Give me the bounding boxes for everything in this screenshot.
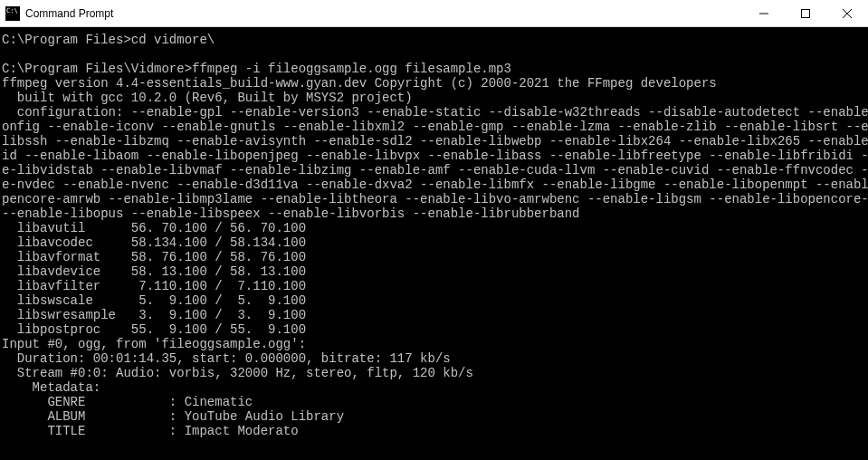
window-title: Command Prompt [25,7,743,20]
terminal-line: libavdevice 58. 13.100 / 58. 13.100 [2,264,868,279]
terminal-line: --enable-libopus --enable-libspeex --ena… [2,206,868,221]
terminal-line: e-libvidstab --enable-libvmaf --enable-l… [2,163,868,177]
terminal-line: pencore-amrwb --enable-libmp3lame --enab… [2,192,868,206]
terminal-line: Metadata: [2,380,868,395]
cmd-icon [5,6,20,21]
terminal-line: configuration: --enable-gpl --enable-ver… [2,105,868,120]
terminal-line: Stream #0:0: Audio: vorbis, 32000 Hz, st… [2,366,868,380]
terminal-line: libswresample 3. 9.100 / 3. 9.100 [2,308,868,322]
close-icon [843,9,852,18]
terminal-line: built with gcc 10.2.0 (Rev6, Built by MS… [2,91,868,105]
terminal-line: C:\Program Files\Vidmore>ffmpeg -i fileo… [2,62,868,76]
terminal-line: libssh --enable-libzmq --enable-avisynth… [2,134,868,149]
terminal-line: libpostproc 55. 9.100 / 55. 9.100 [2,322,868,337]
terminal-line: libavutil 56. 70.100 / 56. 70.100 [2,221,868,235]
close-button[interactable] [826,0,868,26]
terminal-line: ALBUM : YouTube Audio Library [2,409,868,424]
terminal-line: Duration: 00:01:14.35, start: 0.000000, … [2,351,868,366]
minimize-button[interactable] [743,0,785,26]
terminal-line: libavformat 58. 76.100 / 58. 76.100 [2,250,868,264]
terminal-line: libavcodec 58.134.100 / 58.134.100 [2,235,868,250]
terminal-line: id --enable-libaom --enable-libopenjpeg … [2,149,868,163]
terminal-line: GENRE : Cinematic [2,395,868,409]
titlebar: Command Prompt [0,0,868,27]
terminal-line: onfig --enable-iconv --enable-gnutls --e… [2,120,868,134]
terminal-line: TITLE : Impact Moderato [2,424,868,438]
minimize-icon [759,9,768,18]
terminal-line: libswscale 5. 9.100 / 5. 9.100 [2,293,868,308]
maximize-button[interactable] [785,0,826,26]
terminal-output[interactable]: C:\Program Files>cd vidmore\ C:\Program … [0,27,868,460]
terminal-line [2,47,868,62]
terminal-line: libavfilter 7.110.100 / 7.110.100 [2,279,868,293]
terminal-line: Input #0, ogg, from 'fileoggsample.ogg': [2,337,868,351]
terminal-line: C:\Program Files>cd vidmore\ [2,33,868,47]
maximize-icon [801,9,810,18]
terminal-line: ffmpeg version 4.4-essentials_build-www.… [2,76,868,91]
svg-rect-1 [802,9,810,17]
terminal-line: e-nvdec --enable-nvenc --enable-d3d11va … [2,177,868,192]
window-controls [743,0,868,26]
